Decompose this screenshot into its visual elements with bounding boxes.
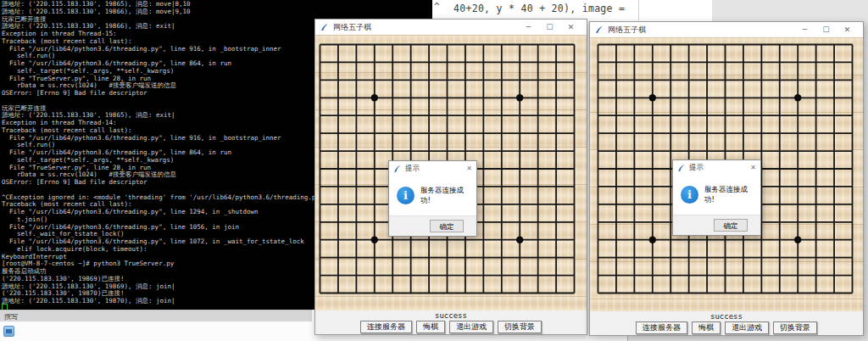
window-titlebar[interactable]: 网络五子棋 ─ ☐ ✕ [590,22,863,37]
ok-button[interactable]: 确定 [430,220,464,232]
prompt-dialog: 提示 ✕ i 服务器连接成功! 确定 [672,159,761,236]
desktop: ^ 40+20, y * 40 + 20), image = 源地址: ('22… [0,0,868,341]
gomoku-window-1: 网络五子棋 ─ ☐ ✕ success 连接服务器 悔棋 退出游戏 切换背景 [314,19,587,335]
dialog-close-icon[interactable]: ✕ [466,165,472,172]
ok-button[interactable]: 确定 [714,219,748,232]
dialog-message: 服务器连接成功! [420,186,469,206]
code-editor-gutter [712,0,868,21]
undo-move-button[interactable]: 悔棋 [692,321,721,334]
window-title: 网络五子棋 [608,25,646,36]
close-icon[interactable]: ✕ [837,22,858,37]
undo-move-button[interactable]: 悔棋 [416,321,445,333]
exit-game-button[interactable]: 退出游戏 [725,321,769,334]
minimize-icon[interactable]: ─ [518,20,539,35]
exit-game-button[interactable]: 退出游戏 [449,321,493,333]
minimize-icon[interactable]: ─ [794,22,815,37]
window-title: 网络五子棋 [333,22,371,33]
editor-divider [638,0,639,20]
dialog-title: 提示 [405,164,420,174]
terminal-output: 源地址: ('220.115.183.130', 19865), 消息: mov… [2,1,327,305]
info-icon: i [681,186,698,204]
status-text: success [590,311,863,321]
prompt-dialog: 提示 ✕ i 服务器连接成功! 确定 [388,160,477,237]
dialog-close-icon[interactable]: ✕ [750,164,756,171]
switch-background-button[interactable]: 切换背景 [773,321,817,334]
close-icon[interactable]: ✕ [560,20,581,35]
dialog-titlebar[interactable]: 提示 ✕ [673,160,760,175]
tk-feather-icon [320,23,329,31]
backdrop-right-sliver [864,21,868,341]
gomoku-window-2: 网络五子棋 ─ ☐ ✕ success 连接服务器 悔棋 退出游戏 切换背景 [589,21,864,336]
tk-feather-icon [677,164,686,172]
app-icon[interactable] [3,326,14,337]
terminal-cursor [2,304,8,310]
window-titlebar[interactable]: 网络五子棋 ─ ☐ ✕ [315,20,587,35]
tk-feather-icon [595,25,604,34]
connect-server-button[interactable]: 连接服务器 [360,321,412,333]
switch-background-button[interactable]: 切换背景 [498,321,542,333]
dialog-title: 提示 [689,163,704,173]
info-icon: i [397,187,415,204]
maximize-icon[interactable]: ☐ [539,20,560,35]
tk-feather-icon [393,165,402,173]
compose-bar: 撰写 [0,310,312,321]
code-caret: ^ [434,1,440,12]
connect-server-button[interactable]: 连接服务器 [636,321,687,334]
code-line: 40+20, y * 40 + 20), image = [453,3,625,14]
status-text: success [315,310,587,320]
maximize-icon[interactable]: ☐ [815,22,837,37]
status-area: success 连接服务器 悔棋 退出游戏 切换背景 [590,311,863,335]
compose-body [0,321,312,341]
dialog-message: 服务器连接成功! [704,185,753,205]
status-area: success 连接服务器 悔棋 退出游戏 切换背景 [315,310,587,334]
dialog-titlebar[interactable]: 提示 ✕ [389,161,476,176]
